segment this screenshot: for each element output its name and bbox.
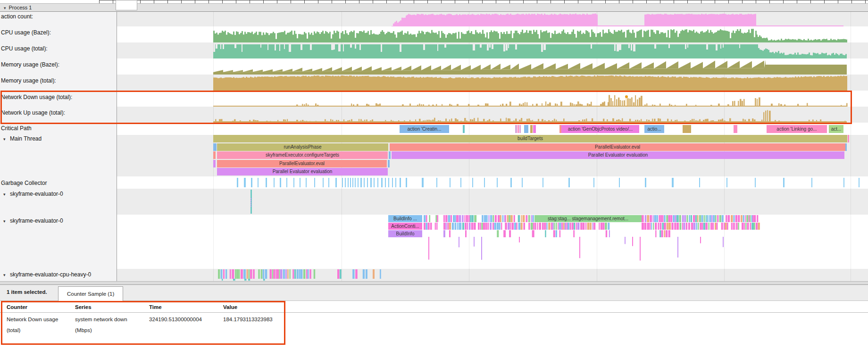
track-label-text: action count: — [1, 13, 33, 20]
track-label-text: Memory usage (total): — [1, 77, 56, 84]
flame-slice[interactable] — [213, 151, 216, 159]
flame-slice[interactable] — [389, 151, 391, 159]
track-label-main-thread[interactable]: ▾Main Thread — [1, 135, 42, 142]
skyframe-slice[interactable]: stag:stag... stagemanagement.remot... — [534, 215, 642, 222]
collapse-arrow-icon[interactable]: ▾ — [3, 137, 10, 142]
critical-path-block[interactable] — [530, 125, 533, 133]
highlight-box-table — [1, 301, 285, 345]
flame-slice[interactable]: ParallelEvaluator.eval — [217, 160, 387, 167]
track-label-skyframe-evaluator-0a[interactable]: ▾skyframe-evaluator-0 — [1, 191, 63, 197]
track-label-text: CPU usage (Bazel): — [1, 29, 51, 36]
collapse-arrow-icon[interactable]: ▾ — [3, 192, 10, 197]
flame-slice[interactable] — [388, 160, 390, 167]
track-label-text: Critical Path — [1, 125, 32, 132]
skyframe-slice[interactable]: BuildInfo ... — [388, 215, 422, 222]
track-label-cpu-total[interactable]: CPU usage (total): — [1, 45, 48, 52]
track-label-cpu-bazel[interactable]: CPU usage (Bazel): — [1, 29, 51, 36]
critical-path-block[interactable]: action 'GenObjcProtos video/... — [561, 125, 639, 133]
track-label-mem-bazel[interactable]: Memory usage (Bazel): — [1, 61, 59, 68]
flame-slice[interactable]: Parallel Evaluator evaluation — [392, 151, 844, 159]
track-label-text: Memory usage (Bazel): — [1, 61, 59, 68]
critical-path-block[interactable]: actio... — [644, 125, 664, 133]
track-labels-pane: action count:CPU usage (Bazel):CPU usage… — [0, 12, 117, 281]
critical-path-block[interactable] — [524, 125, 528, 133]
track-label-skyframe-evaluator-cpu-heavy-0[interactable]: ▾skyframe-evaluator-cpu-heavy-0 — [1, 271, 91, 278]
collapse-arrow-icon[interactable]: ▾ — [3, 219, 10, 224]
track-label-mem-total[interactable]: Memory usage (total): — [1, 77, 56, 84]
flame-slice[interactable] — [848, 135, 849, 142]
critical-path-block[interactable]: act... — [829, 125, 843, 133]
flame-slice[interactable] — [845, 143, 847, 151]
ruler-corner-box — [116, 0, 137, 10]
track-label-text: Main Thread — [10, 135, 42, 142]
skyframe-slice[interactable]: ActionConti... — [388, 223, 422, 230]
timeline-footer-divider — [0, 281, 868, 285]
track-label-text: CPU usage (total): — [1, 45, 48, 52]
flame-slice[interactable]: buildTargets — [213, 135, 847, 142]
critical-path-block[interactable] — [463, 125, 465, 133]
flame-slice[interactable]: ParallelEvaluator.eval — [390, 143, 845, 151]
highlight-box-network-rows — [0, 91, 852, 124]
critical-path-block[interactable] — [683, 125, 691, 133]
track-label-text: skyframe-evaluator-cpu-heavy-0 — [10, 271, 91, 278]
track-label-text: Garbage Collector — [1, 180, 47, 186]
track-label-action-count[interactable]: action count: — [1, 13, 33, 20]
skyframe-slice[interactable]: BuildInfo — [388, 230, 422, 237]
charts-canvas[interactable] — [0, 0, 868, 350]
collapse-arrow-icon[interactable]: ▾ — [3, 273, 10, 277]
critical-path-block[interactable] — [533, 125, 536, 133]
critical-path-block[interactable] — [515, 125, 517, 133]
flame-slice[interactable]: skyframeExecutor.configureTargets — [217, 151, 388, 159]
flame-slice[interactable]: runAnalysisPhase — [217, 143, 388, 151]
flame-slice[interactable]: Parallel Evaluator evaluation — [217, 168, 388, 175]
critical-path-block[interactable]: action 'Linking go... — [767, 125, 827, 133]
flame-slice[interactable] — [213, 160, 216, 167]
flame-slice[interactable] — [213, 143, 217, 151]
critical-path-block[interactable] — [734, 125, 737, 133]
track-label-garbage-collector[interactable]: Garbage Collector — [1, 180, 47, 186]
track-label-critical-path[interactable]: Critical Path — [1, 125, 32, 132]
track-label-skyframe-evaluator-0b[interactable]: ▾skyframe-evaluator-0 — [1, 217, 63, 224]
critical-path-block[interactable] — [517, 125, 519, 133]
track-label-text: skyframe-evaluator-0 — [10, 191, 63, 197]
critical-path-block[interactable]: action 'Creatin... — [400, 125, 449, 133]
critical-path-block[interactable] — [519, 125, 521, 133]
trace-viewer: ▾Process 1 action count:CPU usage (Bazel… — [0, 0, 868, 350]
track-label-text: skyframe-evaluator-0 — [10, 217, 63, 224]
